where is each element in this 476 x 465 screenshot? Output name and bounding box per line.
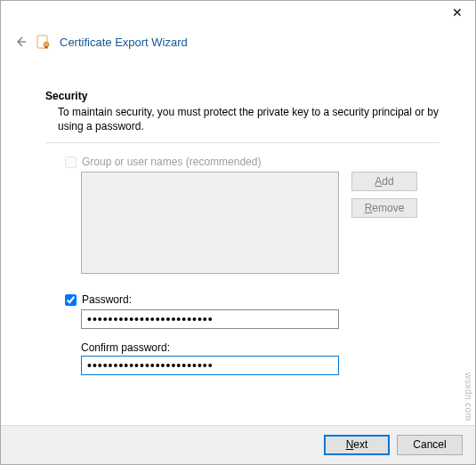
cancel-button[interactable]: Cancel bbox=[397, 435, 463, 455]
group-users-label: Group or user names (recommended) bbox=[82, 156, 261, 168]
group-users-checkbox[interactable] bbox=[65, 156, 77, 168]
wizard-header: Certificate Export Wizard bbox=[1, 28, 475, 65]
watermark-text: wsxdn.com bbox=[464, 373, 473, 421]
group-users-checkbox-row[interactable]: Group or user names (recommended) bbox=[65, 156, 440, 168]
confirm-password-label: Confirm password: bbox=[81, 341, 440, 354]
certificate-icon bbox=[36, 35, 51, 49]
titlebar: ✕ bbox=[1, 1, 475, 28]
password-checkbox-row[interactable]: Password: bbox=[65, 293, 440, 306]
password-label: Password: bbox=[82, 293, 132, 306]
divider bbox=[45, 142, 440, 143]
password-input[interactable] bbox=[81, 309, 339, 329]
content-area: Security To maintain security, you must … bbox=[1, 90, 475, 375]
wizard-title: Certificate Export Wizard bbox=[60, 36, 188, 49]
next-button[interactable]: Next bbox=[324, 435, 390, 455]
confirm-password-input[interactable] bbox=[81, 356, 339, 375]
wizard-window: ✕ Certificate Export Wizard Security To … bbox=[0, 0, 476, 465]
security-description: To maintain security, you must protect t… bbox=[58, 105, 440, 133]
remove-button: Remove bbox=[351, 198, 417, 218]
security-heading: Security bbox=[45, 90, 440, 102]
footer-bar: Next Cancel bbox=[1, 425, 475, 464]
group-users-listbox bbox=[81, 172, 339, 274]
back-arrow-icon[interactable] bbox=[13, 35, 28, 49]
add-button: Add bbox=[351, 172, 417, 191]
password-checkbox[interactable] bbox=[65, 294, 77, 306]
close-button[interactable]: ✕ bbox=[440, 1, 475, 24]
